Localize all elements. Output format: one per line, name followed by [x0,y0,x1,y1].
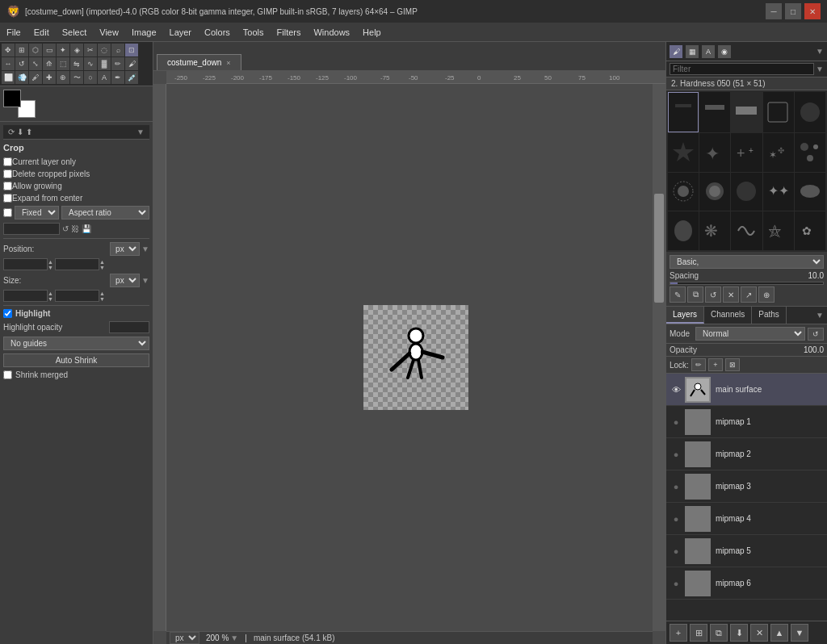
tool-rotate[interactable]: ↺ [15,57,28,70]
new-group-button[interactable]: ⊞ [690,624,707,642]
lock-alpha-btn[interactable]: + [708,358,723,371]
tool-paintbrush[interactable]: 🖌 [125,57,138,70]
options-expand-icon[interactable]: ▼ [136,128,145,136]
layer-visibility-main[interactable]: 👁 [670,383,682,396]
brush-cell-8[interactable]: + + [731,133,762,172]
brush-cell-4[interactable] [763,92,794,132]
brush-cell-1[interactable] [668,92,699,132]
tool-scale[interactable]: ⤡ [29,57,42,70]
brush-cell-3[interactable] [731,92,762,132]
expand-from-center-checkbox[interactable] [3,194,12,203]
dynamics-icon[interactable]: ◉ [718,45,731,58]
tool-fuzzy-select[interactable]: ✦ [57,44,69,56]
zoom-dropdown[interactable]: ▼ [230,634,238,642]
brush-icon[interactable]: 🖌 [670,45,682,58]
brush-cell-12[interactable] [699,173,730,211]
brush-cell-2[interactable] [699,92,730,132]
maximize-button[interactable]: □ [785,3,801,19]
layer-visibility-mipmap1[interactable]: ● [670,416,682,429]
tool-clone[interactable]: ⊕ [57,71,69,84]
chain-icon[interactable]: ⛓ [71,224,79,233]
brush-duplicate-btn[interactable]: ⧉ [687,286,703,303]
menu-edit[interactable]: Edit [27,26,56,39]
move-up-button[interactable]: ▲ [770,624,788,642]
spacing-bar[interactable] [670,282,824,285]
new-layer-button[interactable]: + [670,624,687,642]
layers-mode-select[interactable]: Normal [695,327,805,341]
canvas-tab-close[interactable]: × [226,59,230,67]
brush-delete-btn[interactable]: ✕ [723,286,739,303]
layer-row-mipmap6[interactable]: ● mipmap 6 [666,567,827,600]
brush-filter-input[interactable] [670,63,814,75]
brush-cell-17[interactable]: ❋ [699,211,730,250]
merge-down-button[interactable]: ⬇ [730,624,748,642]
brush-cell-15[interactable] [795,173,825,211]
brush-cell-20[interactable]: ✿ [795,211,825,250]
menu-help[interactable]: Help [356,26,388,39]
position-x-input[interactable]: 0 [3,258,48,270]
tool-free-select[interactable]: ⬡ [29,44,42,56]
layer-visibility-mipmap3[interactable]: ● [670,480,682,493]
layer-row-main-surface[interactable]: 👁 main surface [666,374,827,406]
menu-file[interactable]: File [0,26,27,39]
menu-tools[interactable]: Tools [237,26,271,39]
tool-move[interactable]: ✥ [2,44,15,56]
lock-position-btn[interactable]: ⊠ [725,358,740,371]
highlight-checkbox[interactable] [3,309,12,318]
delete-cropped-checkbox[interactable] [3,169,12,178]
brush-cell-11[interactable] [668,173,699,211]
tool-warp[interactable]: ∿ [84,57,97,70]
guides-select[interactable]: No guides [3,337,149,350]
brush-cell-6[interactable] [668,133,699,172]
menu-windows[interactable]: Windows [307,26,356,39]
tool-heal[interactable]: ✚ [43,71,56,84]
canvas-viewport[interactable] [166,84,665,631]
allow-growing-checkbox[interactable] [3,182,12,190]
auto-shrink-button[interactable]: Auto Shrink [3,353,149,367]
tool-shear[interactable]: ⟰ [43,57,56,70]
fonts-icon[interactable]: A [702,45,715,58]
layer-visibility-mipmap6[interactable]: ● [670,577,682,590]
tool-eraser[interactable]: ⬜ [2,71,15,84]
menu-select[interactable]: Select [56,26,94,39]
tool-ink[interactable]: 🖋 [29,71,42,84]
brush-cell-5[interactable] [795,92,825,132]
tool-crop[interactable]: ⊡ [125,44,138,56]
brush-options-btn[interactable]: ⊕ [758,286,775,303]
brush-cell-13[interactable] [731,173,762,211]
menu-layer[interactable]: Layer [163,26,199,39]
tool-align[interactable]: ⊞ [15,44,28,56]
zoom-unit-select[interactable]: px [170,632,199,644]
tool-by-color[interactable]: ◈ [70,44,83,56]
v-scroll-thumb[interactable] [654,194,664,303]
tool-rect-select[interactable]: ▭ [43,44,56,56]
brush-cell-19[interactable]: ⛤ [763,211,794,250]
menu-image[interactable]: Image [125,26,163,39]
layers-mode-undo-btn[interactable]: ↺ [808,328,824,341]
brush-settings-btn[interactable]: ↗ [741,286,757,303]
tool-color-picker[interactable]: 💉 [125,71,138,84]
brush-cell-7[interactable]: ✦ [699,133,730,172]
size-h-input[interactable]: 0 [55,290,99,302]
layer-row-mipmap4[interactable]: ● mipmap 4 [666,503,827,535]
menu-view[interactable]: View [93,26,125,39]
tool-pencil[interactable]: ✏ [111,57,124,70]
pos-x-down[interactable]: ▼ [48,265,53,270]
tool-measure[interactable]: ↔ [2,57,15,70]
position-unit-select[interactable]: px [110,242,140,256]
filter-dropdown-icon[interactable]: ▼ [816,65,824,73]
current-layer-only-checkbox[interactable] [3,157,12,166]
layer-visibility-mipmap2[interactable]: ● [670,448,682,461]
tool-fg-select[interactable]: ◌ [98,44,111,56]
shrink-merged-checkbox[interactable] [3,370,12,379]
tool-airbrush[interactable]: 💨 [15,71,28,84]
aspect-ratio-select[interactable]: Aspect ratio [61,206,149,220]
fixed-checkbox[interactable] [3,208,12,217]
tool-text[interactable]: A [98,71,111,84]
pattern-icon[interactable]: ▦ [686,45,699,58]
layer-row-mipmap2[interactable]: ● mipmap 2 [666,438,827,470]
tab-channels[interactable]: Channels [704,307,752,324]
vertical-scrollbar[interactable] [653,84,665,631]
layer-visibility-mipmap4[interactable]: ● [670,512,682,525]
tab-layers[interactable]: Layers [666,307,704,324]
